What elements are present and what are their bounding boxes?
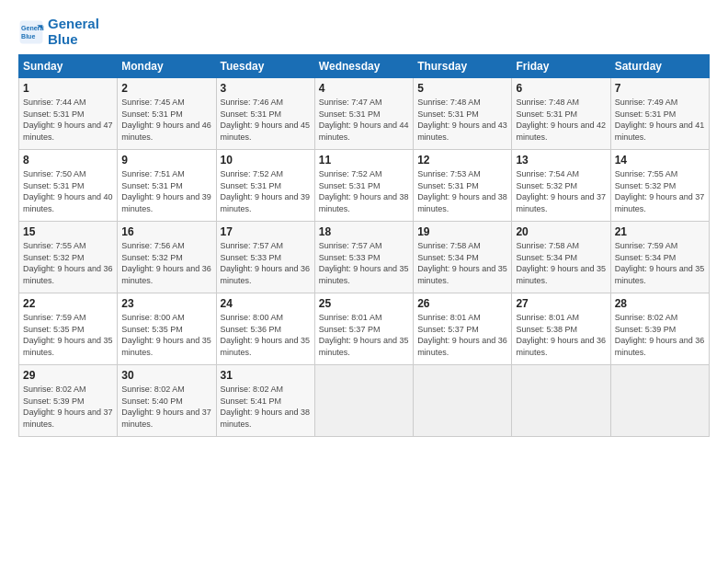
calendar-cell: 2 Sunrise: 7:45 AMSunset: 5:31 PMDayligh… <box>118 78 216 150</box>
day-detail: Sunrise: 8:02 AMSunset: 5:39 PMDaylight:… <box>615 313 705 357</box>
col-header-sunday: Sunday <box>19 55 118 78</box>
day-number: 3 <box>221 82 311 95</box>
day-detail: Sunrise: 7:54 AMSunset: 5:32 PMDaylight:… <box>516 169 606 213</box>
day-detail: Sunrise: 7:52 AMSunset: 5:31 PMDaylight:… <box>319 169 409 213</box>
day-detail: Sunrise: 8:02 AMSunset: 5:39 PMDaylight:… <box>23 385 113 429</box>
calendar-cell: 26 Sunrise: 8:01 AMSunset: 5:37 PMDaylig… <box>414 293 512 365</box>
day-detail: Sunrise: 7:58 AMSunset: 5:34 PMDaylight:… <box>516 241 606 285</box>
calendar-cell: 31 Sunrise: 8:02 AMSunset: 5:41 PMDaylig… <box>216 365 314 437</box>
day-detail: Sunrise: 7:53 AMSunset: 5:31 PMDaylight:… <box>417 169 507 213</box>
calendar-table: SundayMondayTuesdayWednesdayThursdayFrid… <box>18 54 710 437</box>
svg-text:Blue: Blue <box>21 33 35 40</box>
calendar-cell: 28 Sunrise: 8:02 AMSunset: 5:39 PMDaylig… <box>610 293 709 365</box>
day-number: 30 <box>121 369 211 382</box>
day-detail: Sunrise: 7:45 AMSunset: 5:31 PMDaylight:… <box>121 98 211 142</box>
day-number: 6 <box>516 82 606 95</box>
svg-rect-0 <box>20 20 43 43</box>
col-header-wednesday: Wednesday <box>314 55 413 78</box>
calendar-cell: 29 Sunrise: 8:02 AMSunset: 5:39 PMDaylig… <box>19 365 118 437</box>
calendar-body: 1 Sunrise: 7:44 AMSunset: 5:31 PMDayligh… <box>19 78 710 437</box>
week-row-4: 22 Sunrise: 7:59 AMSunset: 5:35 PMDaylig… <box>19 293 710 365</box>
day-detail: Sunrise: 7:59 AMSunset: 5:34 PMDaylight:… <box>615 241 705 285</box>
day-detail: Sunrise: 7:56 AMSunset: 5:32 PMDaylight:… <box>121 241 211 285</box>
day-number: 2 <box>121 82 211 95</box>
day-number: 13 <box>516 154 606 167</box>
calendar-cell: 12 Sunrise: 7:53 AMSunset: 5:31 PMDaylig… <box>414 150 512 222</box>
calendar-cell: 4 Sunrise: 7:47 AMSunset: 5:31 PMDayligh… <box>314 78 413 150</box>
calendar-cell: 23 Sunrise: 8:00 AMSunset: 5:35 PMDaylig… <box>118 293 216 365</box>
day-detail: Sunrise: 7:46 AMSunset: 5:31 PMDaylight:… <box>221 98 311 142</box>
day-number: 28 <box>615 297 705 310</box>
calendar-cell <box>610 365 709 437</box>
calendar-cell: 9 Sunrise: 7:51 AMSunset: 5:31 PMDayligh… <box>118 150 216 222</box>
day-number: 12 <box>417 154 507 167</box>
calendar-cell: 6 Sunrise: 7:48 AMSunset: 5:31 PMDayligh… <box>512 78 610 150</box>
logo-text-blue: Blue <box>48 32 99 48</box>
calendar-cell: 1 Sunrise: 7:44 AMSunset: 5:31 PMDayligh… <box>19 78 118 150</box>
day-number: 14 <box>615 154 705 167</box>
col-header-tuesday: Tuesday <box>216 55 314 78</box>
day-detail: Sunrise: 8:00 AMSunset: 5:36 PMDaylight:… <box>221 313 311 357</box>
calendar-cell: 30 Sunrise: 8:02 AMSunset: 5:40 PMDaylig… <box>118 365 216 437</box>
day-number: 25 <box>319 297 409 310</box>
day-number: 16 <box>121 225 211 238</box>
calendar-cell <box>414 365 512 437</box>
calendar-cell: 11 Sunrise: 7:52 AMSunset: 5:31 PMDaylig… <box>314 150 413 222</box>
calendar-page: General Blue General Blue SundayMondayTu… <box>0 0 728 563</box>
calendar-cell: 3 Sunrise: 7:46 AMSunset: 5:31 PMDayligh… <box>216 78 314 150</box>
col-header-saturday: Saturday <box>610 55 709 78</box>
calendar-cell: 8 Sunrise: 7:50 AMSunset: 5:31 PMDayligh… <box>19 150 118 222</box>
calendar-cell: 17 Sunrise: 7:57 AMSunset: 5:33 PMDaylig… <box>216 222 314 293</box>
day-detail: Sunrise: 8:01 AMSunset: 5:37 PMDaylight:… <box>417 313 507 357</box>
week-row-2: 8 Sunrise: 7:50 AMSunset: 5:31 PMDayligh… <box>19 150 710 222</box>
day-detail: Sunrise: 7:57 AMSunset: 5:33 PMDaylight:… <box>319 241 409 285</box>
day-detail: Sunrise: 8:01 AMSunset: 5:38 PMDaylight:… <box>516 313 606 357</box>
day-number: 8 <box>23 154 113 167</box>
calendar-cell: 14 Sunrise: 7:55 AMSunset: 5:32 PMDaylig… <box>610 150 709 222</box>
calendar-cell: 5 Sunrise: 7:48 AMSunset: 5:31 PMDayligh… <box>414 78 512 150</box>
day-number: 5 <box>417 82 507 95</box>
calendar-cell: 7 Sunrise: 7:49 AMSunset: 5:31 PMDayligh… <box>610 78 709 150</box>
day-number: 26 <box>417 297 507 310</box>
day-number: 18 <box>319 225 409 238</box>
day-detail: Sunrise: 7:48 AMSunset: 5:31 PMDaylight:… <box>516 98 606 142</box>
day-number: 1 <box>23 82 113 95</box>
calendar-cell <box>512 365 610 437</box>
logo: General Blue General Blue <box>18 17 99 47</box>
day-number: 21 <box>615 225 705 238</box>
calendar-cell <box>314 365 413 437</box>
week-row-3: 15 Sunrise: 7:55 AMSunset: 5:32 PMDaylig… <box>19 222 710 293</box>
day-number: 17 <box>221 225 311 238</box>
day-number: 9 <box>121 154 211 167</box>
day-detail: Sunrise: 7:55 AMSunset: 5:32 PMDaylight:… <box>23 241 113 285</box>
day-number: 10 <box>221 154 311 167</box>
day-number: 19 <box>417 225 507 238</box>
day-detail: Sunrise: 8:02 AMSunset: 5:40 PMDaylight:… <box>121 385 211 429</box>
day-detail: Sunrise: 7:44 AMSunset: 5:31 PMDaylight:… <box>23 98 113 142</box>
day-number: 22 <box>23 297 113 310</box>
calendar-cell: 27 Sunrise: 8:01 AMSunset: 5:38 PMDaylig… <box>512 293 610 365</box>
day-detail: Sunrise: 7:59 AMSunset: 5:35 PMDaylight:… <box>23 313 113 357</box>
calendar-cell: 16 Sunrise: 7:56 AMSunset: 5:32 PMDaylig… <box>118 222 216 293</box>
day-number: 11 <box>319 154 409 167</box>
logo-text-general: General <box>48 17 99 32</box>
day-detail: Sunrise: 8:01 AMSunset: 5:37 PMDaylight:… <box>319 313 409 357</box>
week-row-1: 1 Sunrise: 7:44 AMSunset: 5:31 PMDayligh… <box>19 78 710 150</box>
col-header-thursday: Thursday <box>414 55 512 78</box>
day-detail: Sunrise: 7:47 AMSunset: 5:31 PMDaylight:… <box>319 98 409 142</box>
day-number: 31 <box>221 369 311 382</box>
day-number: 24 <box>221 297 311 310</box>
logo-icon: General Blue <box>18 19 44 45</box>
calendar-cell: 20 Sunrise: 7:58 AMSunset: 5:34 PMDaylig… <box>512 222 610 293</box>
day-number: 4 <box>319 82 409 95</box>
col-header-monday: Monday <box>118 55 216 78</box>
calendar-cell: 22 Sunrise: 7:59 AMSunset: 5:35 PMDaylig… <box>19 293 118 365</box>
day-number: 29 <box>23 369 113 382</box>
day-detail: Sunrise: 7:57 AMSunset: 5:33 PMDaylight:… <box>221 241 311 285</box>
day-detail: Sunrise: 8:00 AMSunset: 5:35 PMDaylight:… <box>121 313 211 357</box>
calendar-cell: 10 Sunrise: 7:52 AMSunset: 5:31 PMDaylig… <box>216 150 314 222</box>
col-header-friday: Friday <box>512 55 610 78</box>
day-detail: Sunrise: 8:02 AMSunset: 5:41 PMDaylight:… <box>221 385 311 429</box>
week-row-5: 29 Sunrise: 8:02 AMSunset: 5:39 PMDaylig… <box>19 365 710 437</box>
calendar-header-row: SundayMondayTuesdayWednesdayThursdayFrid… <box>19 55 710 78</box>
